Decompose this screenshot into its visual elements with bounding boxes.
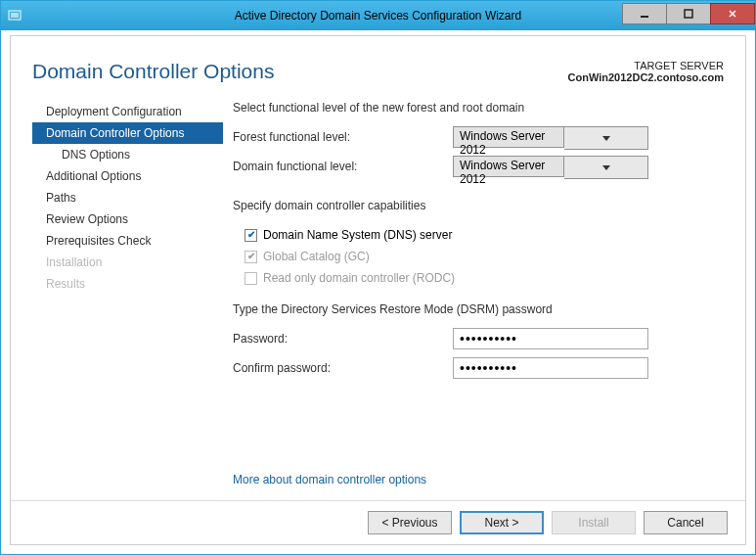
wizard-footer: < Previous Next > Install Cancel xyxy=(11,500,745,544)
rodc-checkbox-label: Read only domain controller (RODC) xyxy=(263,271,455,285)
domain-level-combo[interactable]: Windows Server 2012 xyxy=(453,156,648,177)
wizard-sidebar: Deployment Configuration Domain Controll… xyxy=(32,91,223,500)
forest-level-value: Windows Server 2012 xyxy=(453,126,564,148)
sidebar-item-paths[interactable]: Paths xyxy=(32,187,223,208)
titlebar: Active Directory Domain Services Configu… xyxy=(1,1,755,30)
previous-button[interactable]: < Previous xyxy=(368,511,452,534)
next-button[interactable]: Next > xyxy=(460,511,544,534)
target-server-value: ConWin2012DC2.contoso.com xyxy=(568,71,724,83)
more-info-link[interactable]: More about domain controller options xyxy=(233,473,718,486)
functional-level-heading: Select functional level of the new fores… xyxy=(233,101,718,115)
window-controls xyxy=(623,7,755,24)
svg-rect-3 xyxy=(685,10,692,18)
confirm-password-label: Confirm password: xyxy=(233,361,453,375)
maximize-button[interactable] xyxy=(666,3,711,24)
svg-rect-1 xyxy=(11,13,19,18)
dns-checkbox-label: Domain Name System (DNS) server xyxy=(263,228,452,242)
sidebar-item-dns-options[interactable]: DNS Options xyxy=(32,144,223,165)
domain-level-value: Windows Server 2012 xyxy=(453,156,564,177)
forest-level-combo[interactable]: Windows Server 2012 xyxy=(453,126,648,148)
domain-level-label: Domain functional level: xyxy=(233,160,453,173)
wizard-body: Domain Controller Options TARGET SERVER … xyxy=(10,35,746,545)
sidebar-item-review-options[interactable]: Review Options xyxy=(32,208,223,230)
gc-checkbox-label: Global Catalog (GC) xyxy=(263,250,370,263)
dsrm-heading: Type the Directory Services Restore Mode… xyxy=(233,302,718,316)
chevron-down-icon[interactable] xyxy=(564,126,648,150)
sidebar-item-additional-options[interactable]: Additional Options xyxy=(32,165,223,187)
sidebar-item-deployment-configuration[interactable]: Deployment Configuration xyxy=(32,101,223,122)
target-server-label: TARGET SERVER xyxy=(568,60,724,71)
target-server-box: TARGET SERVER ConWin2012DC2.contoso.com xyxy=(568,60,724,83)
sidebar-item-domain-controller-options[interactable]: Domain Controller Options xyxy=(32,122,223,144)
install-button: Install xyxy=(552,511,636,534)
chevron-down-icon[interactable] xyxy=(564,156,648,179)
close-button[interactable] xyxy=(710,3,755,24)
gc-checkbox xyxy=(245,251,257,263)
svg-rect-2 xyxy=(641,16,648,18)
gc-checkbox-row: Global Catalog (GC) xyxy=(245,250,718,263)
rodc-checkbox-row: Read only domain controller (RODC) xyxy=(245,271,718,285)
sidebar-item-prerequisites-check[interactable]: Prerequisites Check xyxy=(32,230,223,252)
confirm-password-input[interactable] xyxy=(453,357,648,379)
header-row: Domain Controller Options TARGET SERVER … xyxy=(11,36,745,91)
dns-checkbox[interactable] xyxy=(245,229,257,242)
rodc-checkbox xyxy=(245,272,257,285)
capabilities-heading: Specify domain controller capabilities xyxy=(233,199,718,212)
password-input[interactable] xyxy=(453,328,648,349)
password-label: Password: xyxy=(233,332,453,346)
main-panel: Select functional level of the new fores… xyxy=(223,91,724,500)
forest-level-label: Forest functional level: xyxy=(233,130,453,144)
dns-checkbox-row[interactable]: Domain Name System (DNS) server xyxy=(245,228,718,242)
sidebar-item-installation: Installation xyxy=(32,252,223,273)
page-title: Domain Controller Options xyxy=(32,60,568,83)
sidebar-item-results: Results xyxy=(32,273,223,295)
cancel-button[interactable]: Cancel xyxy=(644,511,728,534)
app-icon xyxy=(7,8,22,23)
minimize-button[interactable] xyxy=(622,3,667,24)
